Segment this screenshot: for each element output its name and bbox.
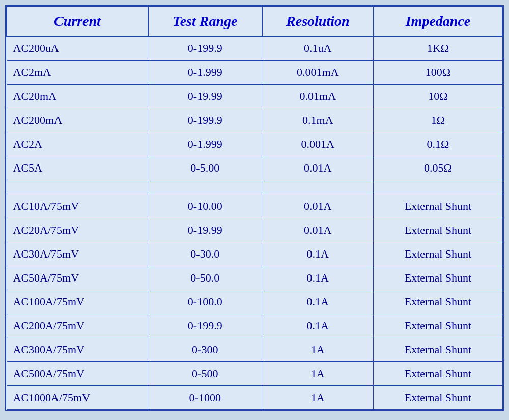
cell-impedance: External Shunt	[374, 314, 502, 338]
cell-resolution: 0.1uA	[262, 36, 374, 61]
header-resolution: Resolution	[262, 7, 374, 36]
table-row: AC200A/75mV0-199.90.1AExternal Shunt	[7, 314, 502, 338]
cell-range: 0-19.99	[148, 85, 262, 108]
cell-current: AC10A/75mV	[7, 194, 148, 218]
cell-impedance: External Shunt	[374, 266, 502, 290]
cell-current: AC200uA	[7, 36, 148, 61]
cell-current: AC200mA	[7, 108, 148, 132]
table-row: AC5A0-5.000.01A0.05Ω	[7, 156, 502, 180]
cell-resolution: 0.1A	[262, 290, 374, 314]
table-row: AC50A/75mV0-50.00.1AExternal Shunt	[7, 266, 502, 290]
cell-resolution: 0.1A	[262, 242, 374, 266]
cell-impedance: External Shunt	[374, 242, 502, 266]
cell-range: 0-5.00	[148, 156, 262, 180]
cell-current: AC300A/75mV	[7, 338, 148, 362]
cell-range: 0-1.999	[148, 61, 262, 85]
table-row: AC20A/75mV0-19.990.01AExternal Shunt	[7, 218, 502, 242]
table-row: AC20mA0-19.990.01mA10Ω	[7, 85, 502, 108]
header-test-range: Test Range	[148, 7, 262, 36]
cell-impedance: External Shunt	[374, 338, 502, 362]
cell-range: 0-100.0	[148, 290, 262, 314]
cell-impedance: External Shunt	[374, 218, 502, 242]
cell-impedance: 100Ω	[374, 61, 502, 85]
table-row: AC100A/75mV0-100.00.1AExternal Shunt	[7, 290, 502, 314]
cell-current: AC50A/75mV	[7, 266, 148, 290]
table-row: AC2A0-1.9990.001A0.1Ω	[7, 132, 502, 156]
cell-current: AC2mA	[7, 61, 148, 85]
cell-resolution: 0.01mA	[262, 85, 374, 108]
cell-resolution: 0.1mA	[262, 108, 374, 132]
cell-resolution: 0.01A	[262, 218, 374, 242]
table-row: AC30A/75mV0-30.00.1AExternal Shunt	[7, 242, 502, 266]
table-row: AC300A/75mV0-3001AExternal Shunt	[7, 338, 502, 362]
cell-range: 0-500	[148, 362, 262, 386]
cell-resolution: 0.01A	[262, 194, 374, 218]
cell-current: AC20mA	[7, 85, 148, 108]
cell-range: 0-19.99	[148, 218, 262, 242]
table-row: AC2mA0-1.9990.001mA100Ω	[7, 61, 502, 85]
cell-impedance: 10Ω	[374, 85, 502, 108]
header-row: Current Test Range Resolution Impedance	[7, 7, 502, 36]
cell-current: AC100A/75mV	[7, 290, 148, 314]
cell-range: 0-300	[148, 338, 262, 362]
spec-table-wrapper: Current Test Range Resolution Impedance …	[5, 5, 504, 411]
cell-resolution: 0.1A	[262, 314, 374, 338]
cell-resolution: 0.1A	[262, 266, 374, 290]
header-impedance: Impedance	[374, 7, 502, 36]
cell-range: 0-199.9	[148, 36, 262, 61]
cell-current: AC2A	[7, 132, 148, 156]
cell-range: 0-199.9	[148, 314, 262, 338]
header-current: Current	[7, 7, 148, 36]
cell-current: AC500A/75mV	[7, 362, 148, 386]
cell-range: 0-50.0	[148, 266, 262, 290]
cell-impedance: External Shunt	[374, 194, 502, 218]
separator-row	[7, 180, 502, 194]
cell-current: AC200A/75mV	[7, 314, 148, 338]
cell-resolution: 1A	[262, 338, 374, 362]
cell-range: 0-10.00	[148, 194, 262, 218]
cell-impedance: 0.05Ω	[374, 156, 502, 180]
cell-current: AC1000A/75mV	[7, 386, 148, 410]
cell-range: 0-199.9	[148, 108, 262, 132]
cell-range: 0-1.999	[148, 132, 262, 156]
table-row: AC1000A/75mV0-10001AExternal Shunt	[7, 386, 502, 410]
table-row: AC500A/75mV0-5001AExternal Shunt	[7, 362, 502, 386]
cell-current: AC20A/75mV	[7, 218, 148, 242]
cell-current: AC5A	[7, 156, 148, 180]
table-row: AC200mA0-199.90.1mA1Ω	[7, 108, 502, 132]
cell-resolution: 1A	[262, 362, 374, 386]
table-row: AC10A/75mV0-10.000.01AExternal Shunt	[7, 194, 502, 218]
cell-current: AC30A/75mV	[7, 242, 148, 266]
cell-range: 0-1000	[148, 386, 262, 410]
cell-resolution: 0.01A	[262, 156, 374, 180]
cell-impedance: External Shunt	[374, 290, 502, 314]
cell-impedance: External Shunt	[374, 386, 502, 410]
cell-impedance: 1KΩ	[374, 36, 502, 61]
cell-impedance: 0.1Ω	[374, 132, 502, 156]
table-row: AC200uA0-199.90.1uA1KΩ	[7, 36, 502, 61]
cell-resolution: 0.001mA	[262, 61, 374, 85]
cell-range: 0-30.0	[148, 242, 262, 266]
cell-resolution: 0.001A	[262, 132, 374, 156]
spec-table: Current Test Range Resolution Impedance …	[6, 6, 503, 410]
cell-impedance: External Shunt	[374, 362, 502, 386]
cell-resolution: 1A	[262, 386, 374, 410]
cell-impedance: 1Ω	[374, 108, 502, 132]
